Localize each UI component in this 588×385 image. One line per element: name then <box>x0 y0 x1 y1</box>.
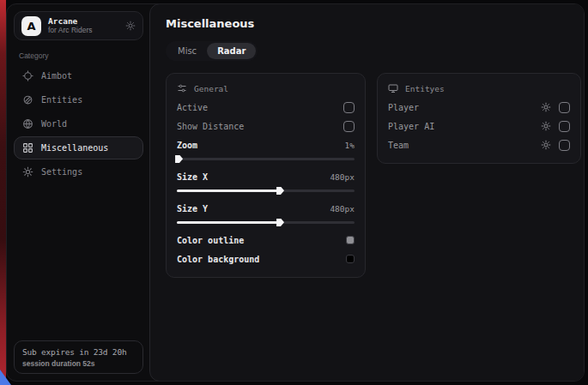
sidebar-item-entities[interactable]: Entities <box>14 88 143 111</box>
subscription-expiry: Sub expires in 23d 20h <box>22 347 135 357</box>
size-x-row: Size X 480px <box>177 167 355 186</box>
zoom-label: Zoom <box>177 141 197 150</box>
tab-misc[interactable]: Misc <box>167 43 207 59</box>
size-y-label: Size Y <box>177 204 208 214</box>
sidebar-item-world[interactable]: World <box>14 112 143 135</box>
panels-row: General Active Show Distance Zoom 1% <box>166 73 581 278</box>
crosshair-icon <box>22 70 33 81</box>
app-subtitle: for Arc Riders <box>48 27 93 35</box>
zoom-value: 1% <box>345 141 355 150</box>
player-row: Player <box>388 98 570 117</box>
show-distance-row: Show Distance <box>177 117 355 135</box>
size-x-label: Size X <box>177 172 208 182</box>
player-checkbox[interactable] <box>559 102 570 113</box>
zoom-slider-track[interactable] <box>177 158 355 160</box>
active-row: Active <box>177 98 355 117</box>
grid-icon <box>22 142 33 153</box>
size-y-value: 480px <box>330 204 355 214</box>
app-window: A Arcane for Arc Riders Category Aimbot <box>6 3 585 382</box>
subscription-card: Sub expires in 23d 20h session duration … <box>14 340 143 374</box>
scan-icon <box>22 94 33 105</box>
session-duration: session duration 52s <box>22 359 135 368</box>
brand-text: Arcane for Arc Riders <box>48 17 93 35</box>
tab-radar[interactable]: Radar <box>207 43 256 59</box>
sliders-icon <box>177 83 187 93</box>
size-y-slider-thumb[interactable] <box>276 219 284 227</box>
size-x-slider-fill <box>177 189 280 192</box>
size-y-slider-fill <box>177 221 280 224</box>
monitor-icon <box>388 83 398 93</box>
player-gear-icon[interactable] <box>541 102 551 112</box>
color-outline-row: Color outline <box>177 231 355 250</box>
player-ai-label: Player AI <box>388 122 434 131</box>
main-content: Miscellaneous Misc Radar General Active <box>149 3 585 382</box>
category-label: Category <box>19 51 138 60</box>
app-title: Arcane <box>48 17 93 27</box>
sidebar-item-settings[interactable]: Settings <box>14 160 143 183</box>
color-outline-label: Color outline <box>177 236 244 245</box>
team-row: Team <box>388 135 570 154</box>
zoom-row: Zoom 1% <box>177 135 355 154</box>
sidebar-item-label: World <box>41 119 67 129</box>
entities-panel: Entityes Player P <box>377 73 581 164</box>
active-label: Active <box>177 103 208 112</box>
globe-icon <box>22 118 33 129</box>
sidebar-item-label: Entities <box>41 95 82 105</box>
sidebar-item-label: Aimbot <box>41 71 72 81</box>
page-title: Miscellaneous <box>166 17 581 30</box>
zoom-slider[interactable] <box>177 154 355 164</box>
sidebar-item-miscellaneous[interactable]: Miscellaneous <box>14 136 143 159</box>
entities-panel-header: Entityes <box>388 81 570 98</box>
size-x-slider[interactable] <box>177 186 355 196</box>
show-distance-label: Show Distance <box>177 122 244 131</box>
general-panel-title: General <box>194 84 228 93</box>
team-gear-icon[interactable] <box>541 140 551 150</box>
size-y-row: Size Y 480px <box>177 199 355 218</box>
color-background-label: Color background <box>177 255 259 264</box>
color-outline-swatch[interactable] <box>346 236 355 244</box>
player-ai-controls <box>541 121 570 132</box>
brand-card: A Arcane for Arc Riders <box>14 11 143 40</box>
entities-panel-title: Entityes <box>405 84 445 93</box>
size-y-slider[interactable] <box>177 218 355 227</box>
general-panel-header: General <box>177 81 355 98</box>
active-checkbox[interactable] <box>343 102 355 113</box>
zoom-slider-fill <box>177 158 179 160</box>
sidebar-item-label: Miscellaneous <box>41 143 108 153</box>
player-ai-row: Player AI <box>388 117 570 135</box>
team-checkbox[interactable] <box>559 140 570 151</box>
general-panel: General Active Show Distance Zoom 1% <box>166 73 366 278</box>
size-x-slider-thumb[interactable] <box>276 187 284 196</box>
background-red-strip <box>0 0 6 385</box>
sidebar-item-label: Settings <box>41 167 82 177</box>
sidebar-item-aimbot[interactable]: Aimbot <box>14 64 143 87</box>
zoom-slider-thumb[interactable] <box>175 155 183 164</box>
player-ai-checkbox[interactable] <box>559 121 570 132</box>
size-x-value: 480px <box>330 172 355 182</box>
brand-gear-icon[interactable] <box>125 21 136 31</box>
sidebar: A Arcane for Arc Riders Category Aimbot <box>7 4 150 381</box>
team-controls <box>541 140 570 151</box>
player-ai-gear-icon[interactable] <box>541 121 551 131</box>
team-label: Team <box>388 141 409 150</box>
player-controls <box>541 102 570 113</box>
player-label: Player <box>388 103 419 112</box>
color-background-swatch[interactable] <box>346 255 355 263</box>
color-background-row: Color background <box>177 250 355 268</box>
gear-icon <box>22 166 33 177</box>
tab-bar: Misc Radar <box>166 41 258 61</box>
show-distance-checkbox[interactable] <box>343 121 355 132</box>
app-logo: A <box>21 16 41 36</box>
